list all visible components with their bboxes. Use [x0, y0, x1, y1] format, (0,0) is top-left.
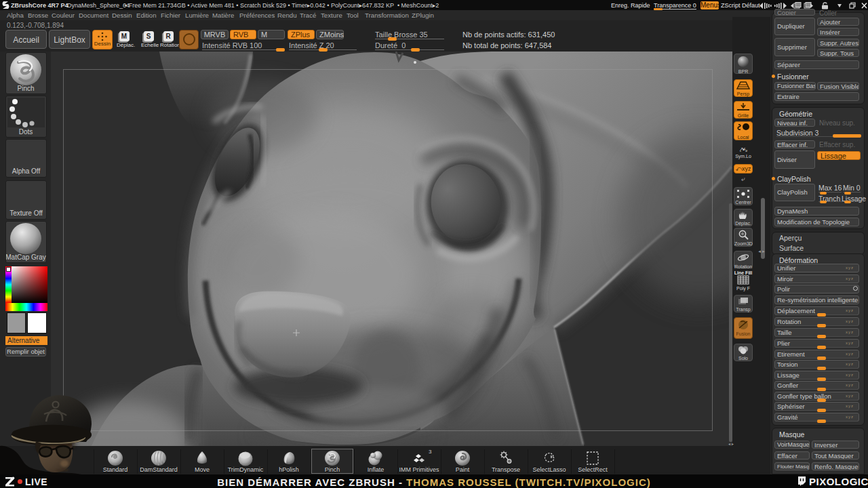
- svg-text:Pinch: Pinch: [17, 85, 34, 92]
- svg-text:Dots: Dots: [19, 128, 33, 136]
- svg-text:MatCap Gray: MatCap Gray: [6, 253, 46, 261]
